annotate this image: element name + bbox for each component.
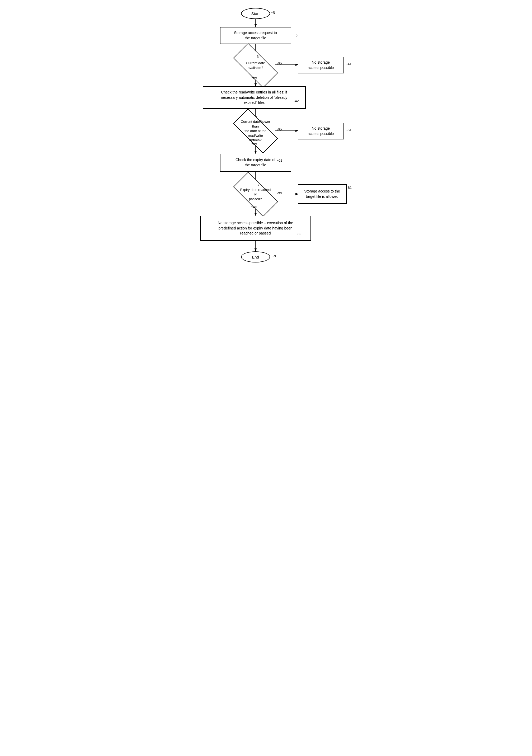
node81-box: Storage access to thetarget file is allo… (298, 184, 347, 204)
node41-box: No storageaccess possible (298, 57, 344, 73)
node81-label: Storage access to thetarget file is allo… (304, 189, 340, 199)
node7-no-label: No (278, 191, 282, 195)
node3-text: Current dateavailable? (238, 61, 273, 70)
node61-label: No storageaccess possible (308, 126, 334, 136)
flowchart-diagram: Start 1 ~1 Storage access request tothe … (174, 5, 359, 269)
node7-diamond: Expiry date reached orpassed? (230, 183, 281, 206)
node61-box: No storageaccess possible (298, 123, 344, 139)
node82-box: No storage access possible – execution o… (200, 216, 311, 241)
end-label: End (252, 255, 259, 259)
node7-text: Expiry date reached orpassed? (238, 187, 273, 202)
node42-box: Check the read/write entries in all file… (203, 86, 306, 109)
start-label: Start (251, 11, 260, 16)
node3-diamond: Current dateavailable? (232, 54, 279, 77)
node3-yes-label: Yes (251, 76, 257, 80)
node5-diamond: Current date newer thanthe date of the r… (228, 119, 283, 143)
node5-text: Current date newer thanthe date of the r… (238, 119, 273, 143)
node5-no-label: No (278, 127, 282, 131)
node62-label: Check the expiry date ofthe target file (235, 157, 275, 168)
node62-box: Check the expiry date ofthe target file (220, 154, 291, 172)
node41-label: No storageaccess possible (308, 60, 334, 70)
start-node: Start (241, 8, 270, 19)
end-node: End (241, 251, 270, 262)
node2-box: Storage access request tothe target file (220, 27, 291, 44)
node82-label: No storage access possible – execution o… (218, 221, 293, 236)
node7-yes-label: Yes (251, 205, 257, 209)
node2-label: Storage access request tothe target file (234, 30, 277, 41)
node42-label: Check the read/write entries in all file… (221, 90, 287, 105)
node3-no-label: No (278, 61, 282, 65)
